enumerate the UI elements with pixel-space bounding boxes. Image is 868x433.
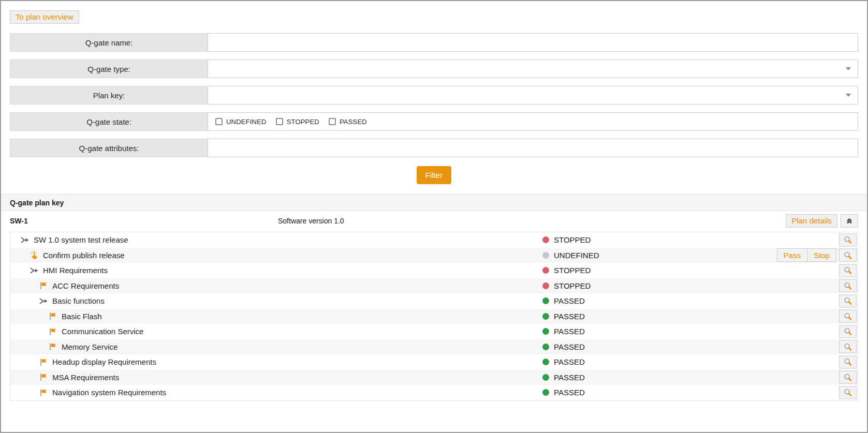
qgate-row: Confirm publish release UNDEFINED PassSt…	[10, 248, 858, 263]
qgate-state-label: Q-gate state:	[10, 112, 208, 131]
state-stopped-checkbox-label: STOPPED	[287, 118, 319, 126]
status-label: STOPPED	[554, 266, 591, 275]
qgate-name: Communication Service	[62, 327, 143, 336]
confirm-hand-icon	[30, 251, 38, 259]
status-label: STOPPED	[554, 281, 591, 290]
qgate-status: PASSED	[542, 354, 585, 370]
status-dot-icon	[542, 344, 549, 350]
qgate-name-input[interactable]	[208, 34, 858, 51]
milestone-flag-icon	[39, 373, 48, 381]
form-row-plan-key: Plan key:	[10, 86, 858, 104]
magnifier-icon	[844, 251, 852, 259]
plan-details-button[interactable]: Plan details	[786, 214, 837, 228]
filter-button[interactable]: Filter	[417, 166, 451, 184]
status-dot-icon	[542, 297, 549, 304]
status-label: PASSED	[554, 373, 585, 382]
qgate-status: PASSED	[542, 309, 585, 324]
status-label: PASSED	[554, 357, 585, 366]
qgate-row: MSA Requirements PASSED	[10, 370, 858, 385]
details-magnifier-button[interactable]	[839, 310, 857, 323]
status-label: PASSED	[554, 312, 585, 321]
qgate-name: MSA Requirements	[52, 373, 119, 382]
details-magnifier-button[interactable]	[839, 355, 857, 368]
form-row-qgate-attributes: Q-gate attributes:	[10, 139, 858, 157]
qgate-name: SW 1.0 system test release	[34, 235, 128, 244]
milestone-flag-icon	[49, 312, 57, 320]
to-plan-overview-button[interactable]: To plan overview	[10, 10, 79, 24]
status-dot-icon	[542, 374, 549, 381]
qgate-name: Navigation system Requirements	[52, 388, 166, 397]
row-icon	[49, 342, 57, 351]
qgate-name: ACC Requirements	[52, 281, 119, 290]
pass-button[interactable]: Pass	[777, 248, 807, 262]
state-undefined-checkbox[interactable]	[215, 118, 223, 125]
status-dot-icon	[542, 359, 549, 365]
state-undefined-checkbox-label: UNDEFINED	[226, 118, 267, 126]
details-magnifier-button[interactable]	[839, 371, 857, 384]
qgate-row: Communication Service PASSED	[10, 324, 858, 339]
row-icon	[39, 358, 48, 366]
status-dot-icon	[542, 236, 549, 243]
status-dot-icon	[542, 389, 549, 396]
qgate-app-window: To plan overview Q-gate name: Q-gate typ…	[0, 0, 868, 433]
details-magnifier-button[interactable]	[839, 249, 857, 262]
qgate-name: HMI Requirements	[43, 266, 108, 275]
chevron-down-icon	[846, 67, 851, 70]
state-passed-checkbox[interactable]	[329, 118, 336, 125]
qgate-name-label: Q-gate name:	[10, 33, 208, 52]
row-icon	[39, 373, 48, 381]
details-magnifier-button[interactable]	[839, 386, 857, 399]
junction-arrow-icon	[30, 266, 38, 275]
plan-key-select[interactable]	[208, 86, 858, 104]
row-icon	[39, 281, 48, 290]
qgate-row: Basic Flash PASSED	[10, 309, 858, 324]
row-icon	[49, 312, 57, 320]
status-label: PASSED	[554, 327, 585, 336]
details-magnifier-button[interactable]	[839, 279, 857, 292]
state-stopped-checkbox[interactable]	[276, 118, 283, 125]
details-magnifier-button[interactable]	[839, 340, 857, 353]
junction-arrow-icon	[39, 297, 48, 305]
status-label: PASSED	[554, 296, 585, 305]
qgate-type-label: Q-gate type:	[10, 59, 208, 78]
status-label: PASSED	[554, 342, 585, 351]
details-magnifier-button[interactable]	[839, 264, 857, 277]
row-icon	[49, 327, 57, 336]
qgate-name: Memory Service	[62, 342, 117, 351]
collapse-all-button[interactable]	[841, 214, 858, 228]
qgate-status: STOPPED	[542, 263, 591, 278]
qgate-type-select[interactable]	[208, 60, 858, 78]
chevron-down-icon	[846, 94, 851, 97]
qgate-status: PASSED	[542, 293, 585, 309]
double-chevron-up-icon	[845, 217, 854, 225]
magnifier-icon	[844, 358, 852, 366]
qgate-row: HMI Requirements STOPPED	[10, 263, 858, 278]
plan-key-value: SW-1	[10, 217, 28, 225]
milestone-flag-icon	[39, 281, 48, 290]
status-dot-icon	[542, 282, 549, 289]
magnifier-icon	[844, 389, 852, 397]
details-magnifier-button[interactable]	[839, 294, 857, 307]
details-magnifier-button[interactable]	[839, 233, 857, 246]
details-magnifier-button[interactable]	[839, 325, 857, 338]
filter-form: Q-gate name: Q-gate type: Plan key: Q-ga	[1, 33, 867, 184]
milestone-flag-icon	[49, 327, 57, 336]
plan-row: SW-1 Software version 1.0 Plan details	[1, 211, 867, 230]
qgate-row: Basic functions PASSED	[10, 293, 858, 309]
qgate-row: Memory Service PASSED	[10, 339, 858, 355]
state-passed-checkbox-label: PASSED	[340, 118, 367, 126]
row-icon	[30, 251, 39, 259]
qgate-attributes-input[interactable]	[208, 139, 858, 157]
magnifier-icon	[844, 281, 852, 290]
milestone-flag-icon	[49, 342, 57, 351]
status-label: STOPPED	[554, 235, 591, 244]
junction-arrow-icon	[21, 236, 29, 244]
plan-key-label: Plan key:	[10, 86, 208, 104]
qgate-name: Headup display Requirements	[52, 357, 156, 366]
status-label: UNDEFINED	[554, 251, 599, 260]
plan-description: Software version 1.0	[278, 217, 344, 225]
qgate-status: PASSED	[542, 339, 585, 355]
milestone-flag-icon	[39, 389, 48, 397]
stop-button[interactable]: Stop	[807, 248, 836, 262]
qgate-status: PASSED	[542, 324, 585, 339]
